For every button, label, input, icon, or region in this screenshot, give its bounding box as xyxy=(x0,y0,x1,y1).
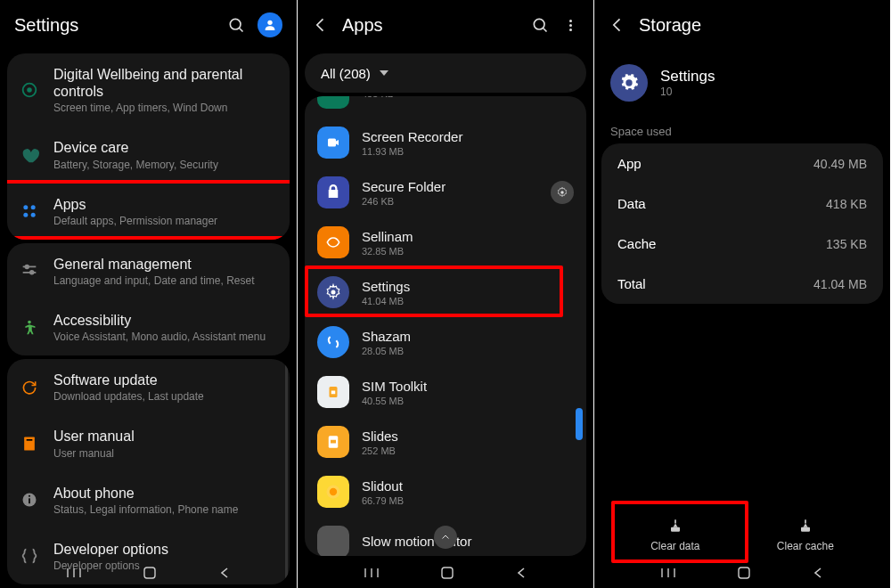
item-title: Software update xyxy=(53,372,277,388)
nav-bar xyxy=(594,558,890,588)
section-label: Space used xyxy=(594,118,890,143)
recent-apps-icon[interactable] xyxy=(66,567,82,579)
heart-icon xyxy=(20,145,39,165)
info-icon xyxy=(20,490,39,510)
svg-point-27 xyxy=(331,290,336,295)
item-title: Device care xyxy=(53,139,277,156)
home-icon[interactable] xyxy=(440,566,454,580)
filter-label: All (208) xyxy=(321,66,371,81)
home-icon[interactable] xyxy=(737,566,751,580)
settings-item-apps[interactable]: AppsDefault apps, Permission manager xyxy=(7,184,290,240)
search-icon[interactable] xyxy=(531,16,549,34)
recent-apps-icon[interactable] xyxy=(364,567,380,579)
app-size: 28.05 MB xyxy=(362,346,574,356)
svg-rect-17 xyxy=(29,498,30,503)
page-title: Settings xyxy=(14,15,215,36)
item-title: Apps xyxy=(53,196,277,213)
app-size: 40.55 MB xyxy=(362,396,574,406)
app-item[interactable]: Sellinam32.85 MB xyxy=(305,217,586,267)
back-icon[interactable] xyxy=(812,567,824,579)
manual-icon xyxy=(20,434,39,453)
clear-cache-icon xyxy=(797,517,814,535)
item-subtitle: Default apps, Permission manager xyxy=(53,215,277,227)
stat-key: Total xyxy=(617,276,646,291)
app-item[interactable]: Slidout66.79 MB xyxy=(305,467,586,517)
scroll-handle[interactable] xyxy=(576,408,583,440)
app-item[interactable]: Slides252 MB xyxy=(305,417,586,467)
settings-item-software-update[interactable]: Software updateDownload updates, Last up… xyxy=(7,359,290,415)
stat-value: 41.04 MB xyxy=(813,277,867,291)
app-item[interactable]: SIM Toolkit40.55 MB xyxy=(305,367,586,417)
item-subtitle: Voice Assistant, Mono audio, Assistant m… xyxy=(53,331,277,343)
svg-point-13 xyxy=(28,320,31,323)
svg-point-23 xyxy=(534,19,544,29)
svg-rect-39 xyxy=(674,519,676,523)
svg-point-0 xyxy=(230,19,241,29)
item-subtitle: Battery, Storage, Memory, Security xyxy=(53,159,277,171)
item-subtitle: Language and input, Date and time, Reset xyxy=(53,274,277,287)
app-item[interactable]: Screen Recorder11.93 MB xyxy=(305,118,586,167)
svg-line-1 xyxy=(240,29,243,32)
storage-row-app: App40.49 MB xyxy=(601,143,883,184)
item-title: About phone xyxy=(53,485,277,502)
gear-icon[interactable] xyxy=(551,181,574,204)
app-size: 66.79 MB xyxy=(362,495,574,506)
recent-apps-icon[interactable] xyxy=(660,567,676,579)
app-item[interactable]: 455 KB xyxy=(305,96,586,118)
back-icon[interactable] xyxy=(218,567,231,579)
app-icon xyxy=(317,276,349,308)
grid-icon xyxy=(20,201,39,221)
app-item[interactable]: Settings41.04 MB xyxy=(305,267,586,317)
more-options-icon[interactable] xyxy=(561,16,579,34)
stat-value: 40.49 MB xyxy=(813,157,867,171)
app-icon xyxy=(317,426,349,458)
svg-rect-45 xyxy=(739,568,749,578)
clear-data-icon xyxy=(666,517,684,535)
app-item[interactable]: Shazam28.05 MB xyxy=(305,317,586,367)
settings-item-general-management[interactable]: General managementLanguage and input, Da… xyxy=(7,243,290,299)
app-item[interactable]: Secure Folder246 KB xyxy=(305,167,586,217)
clear-data-button[interactable]: Clear data xyxy=(650,517,699,552)
account-icon[interactable] xyxy=(257,12,282,37)
settings-item-about-phone[interactable]: About phoneStatus, Legal information, Ph… xyxy=(7,472,290,528)
stat-key: Data xyxy=(617,196,646,211)
svg-rect-31 xyxy=(331,440,336,444)
app-icon xyxy=(317,376,349,408)
filter-dropdown[interactable]: All (208) xyxy=(305,53,586,93)
page-title: Apps xyxy=(342,15,519,36)
back-icon[interactable] xyxy=(515,567,527,579)
search-icon[interactable] xyxy=(227,16,245,34)
svg-rect-37 xyxy=(442,568,453,578)
stat-value: 418 KB xyxy=(826,197,867,211)
item-title: Digital Wellbeing and parental controls xyxy=(53,66,277,100)
settings-item-accessibility[interactable]: AccessibilityVoice Assistant, Mono audio… xyxy=(7,299,290,355)
app-size: 455 KB xyxy=(362,96,574,99)
settings-item-digital-wellbeing-and-parental-controls[interactable]: Digital Wellbeing and parental controlsS… xyxy=(7,53,290,127)
svg-rect-14 xyxy=(24,437,35,450)
app-name: Shazam xyxy=(362,329,574,344)
update-icon xyxy=(20,378,39,397)
page-title: Storage xyxy=(639,15,876,36)
home-icon[interactable] xyxy=(143,566,157,580)
back-arrow-icon[interactable] xyxy=(312,16,330,34)
svg-point-26 xyxy=(560,191,564,194)
svg-rect-38 xyxy=(671,527,680,532)
scroll-to-top-button[interactable] xyxy=(434,526,457,549)
stat-value: 135 KB xyxy=(826,237,867,251)
app-name: Secure Folder xyxy=(362,179,538,194)
svg-point-4 xyxy=(27,87,32,93)
back-arrow-icon[interactable] xyxy=(609,16,626,34)
storage-row-data: Data418 KB xyxy=(601,184,883,224)
settings-item-device-care[interactable]: Device careBattery, Storage, Memory, Sec… xyxy=(7,127,290,183)
app-icon xyxy=(610,64,648,102)
app-name: Slides xyxy=(362,429,574,444)
app-icon xyxy=(317,476,349,508)
app-version: 10 xyxy=(660,86,715,98)
settings-item-user-manual[interactable]: User manualUser manual xyxy=(7,415,290,471)
item-title: General management xyxy=(53,256,277,273)
clear-cache-button[interactable]: Clear cache xyxy=(777,517,834,552)
access-icon xyxy=(20,318,39,338)
app-size: 41.04 MB xyxy=(362,296,574,306)
app-icon xyxy=(317,127,349,159)
svg-point-11 xyxy=(25,265,29,269)
